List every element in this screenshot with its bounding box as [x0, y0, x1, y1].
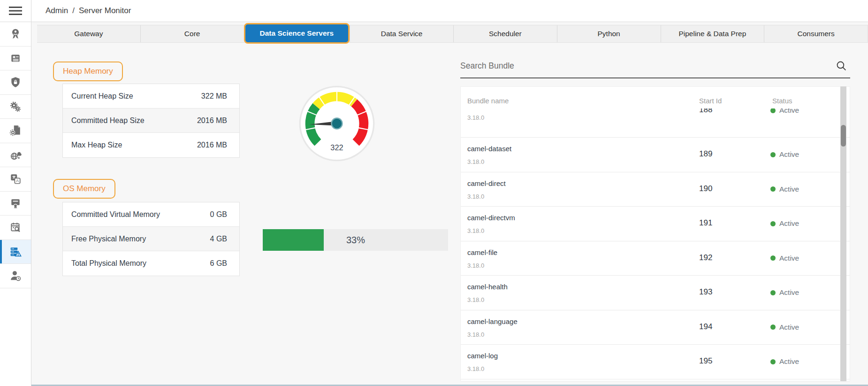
- gauge-hub-icon: [332, 118, 343, 129]
- bundle-row[interactable]: camel-directvm3.18.0191Active: [461, 207, 850, 241]
- bundle-start-id: 193: [699, 287, 712, 297]
- status-dot-icon: [770, 359, 776, 364]
- heap-usage-gauge: 322: [298, 85, 375, 162]
- row-value: 4 GB: [210, 235, 227, 243]
- table-row: Max Heap Size 2016 MB: [63, 133, 239, 157]
- bundle-start-id: 190: [699, 184, 712, 193]
- tab-data-service[interactable]: Data Service: [350, 25, 453, 42]
- column-start-id: Start Id: [699, 97, 722, 105]
- bundle-name: camel-health: [467, 283, 508, 291]
- tab-scheduler[interactable]: Scheduler: [453, 25, 557, 42]
- status-dot-icon: [770, 152, 776, 157]
- row-label: Current Heap Size: [71, 92, 133, 100]
- search-input[interactable]: [460, 56, 822, 75]
- bundle-rows: 3.18.0188Activecamel-dataset3.18.0189Act…: [461, 108, 850, 379]
- bundle-row-partial[interactable]: 3.18.0188Active: [461, 108, 850, 138]
- globe-cloud-icon: [9, 149, 22, 161]
- tab-bar: GatewayCoreData Science ServersData Serv…: [31, 22, 868, 45]
- bundle-name: camel-file: [467, 248, 497, 256]
- bundle-name: camel-direct: [467, 179, 506, 187]
- svg-text:A: A: [16, 179, 19, 184]
- sidebar-item-billing[interactable]: [0, 46, 31, 71]
- os-memory-badge: OS Memory: [53, 179, 115, 199]
- bundle-status: Active: [770, 108, 799, 115]
- status-dot-icon: [770, 186, 776, 192]
- sidebar-item-network[interactable]: [0, 143, 31, 168]
- os-memory-table: Committed Virtual Memory 0 GB Free Physi…: [62, 202, 240, 276]
- search-icon[interactable]: [836, 60, 847, 72]
- license-award-icon: [9, 28, 22, 40]
- table-row: Free Physical Memory 4 GB: [63, 227, 239, 251]
- bundle-status: Active: [770, 323, 799, 332]
- user-clock-icon: [9, 270, 22, 282]
- sidebar-item-security[interactable]: [0, 70, 31, 95]
- row-label: Committed Virtual Memory: [71, 210, 160, 219]
- sidebar-item-user-sessions[interactable]: [0, 264, 31, 288]
- row-value: 322 MB: [201, 92, 227, 100]
- tab-gateway[interactable]: Gateway: [37, 25, 140, 42]
- row-label: Committed Heap Size: [71, 116, 145, 125]
- bundle-row[interactable]: 3.18.0188Active: [461, 108, 850, 128]
- invoice-news-icon: [9, 52, 22, 64]
- tab-data-science-servers[interactable]: Data Science Servers: [244, 23, 350, 44]
- status-dot-icon: [770, 221, 776, 226]
- heap-memory-badge: Heap Memory: [53, 62, 123, 81]
- sidebar-item-certificates[interactable]: [0, 192, 31, 216]
- translate-icon: A: [9, 173, 22, 185]
- sidebar: A: [0, 0, 31, 386]
- bundle-version: 3.18.0: [467, 193, 484, 200]
- table-row: Total Physical Memory 6 GB: [63, 251, 239, 276]
- bundle-status: Active: [770, 288, 799, 297]
- calendar-search-icon: [9, 221, 22, 233]
- bundle-row[interactable]: camel-dataset3.18.0189Active: [461, 138, 850, 172]
- table-scrollbar[interactable]: [840, 86, 846, 381]
- bundle-start-id: 195: [699, 356, 712, 366]
- gears-icon: [9, 100, 22, 113]
- status-dot-icon: [770, 290, 776, 295]
- sidebar-item-config-file[interactable]: [0, 119, 31, 143]
- search-field: [460, 56, 850, 78]
- scrollbar-thumb[interactable]: [841, 125, 846, 147]
- bundle-status: Active: [770, 357, 799, 366]
- tab-pipeline-data-prep[interactable]: Pipeline & Data Prep: [661, 25, 764, 42]
- bundle-name: camel-directvm: [467, 214, 515, 222]
- breadcrumb-separator: /: [72, 6, 75, 15]
- tab-core[interactable]: Core: [140, 25, 244, 42]
- breadcrumb-admin[interactable]: Admin: [46, 6, 68, 15]
- progressbar-fill: [263, 229, 324, 251]
- bundle-row[interactable]: camel-file3.18.0192Active: [461, 241, 850, 276]
- bundle-row[interactable]: camel-health3.18.0193Active: [461, 276, 850, 310]
- bundle-version: 3.18.0: [467, 262, 484, 269]
- certificate-icon: [9, 197, 22, 209]
- bundle-row[interactable]: camel-language3.18.0194Active: [461, 310, 850, 345]
- memory-usage-progressbar: 33%: [263, 229, 448, 251]
- row-label: Max Heap Size: [71, 141, 122, 149]
- bundle-row[interactable]: camel-direct3.18.0190Active: [461, 172, 850, 207]
- bundle-start-id: 189: [699, 149, 712, 159]
- sidebar-item-license[interactable]: [0, 22, 31, 46]
- sidebar-item-translation[interactable]: A: [0, 167, 31, 192]
- bundle-version: 3.18.0: [467, 158, 484, 165]
- tab-python[interactable]: Python: [557, 25, 661, 42]
- bundle-row[interactable]: camel-log3.18.0195Active: [461, 345, 850, 379]
- menu-button[interactable]: [0, 0, 31, 22]
- gauge-value: 322: [330, 143, 343, 152]
- sidebar-item-services[interactable]: [0, 95, 31, 119]
- bundle-version: 3.18.0: [467, 227, 484, 234]
- bundle-version: 3.18.0: [467, 114, 484, 121]
- bundle-version: 3.18.0: [467, 331, 484, 338]
- shield-lock-icon: [9, 76, 22, 88]
- row-value: 2016 MB: [197, 141, 227, 149]
- server-warning-icon: [9, 246, 22, 258]
- row-value: 2016 MB: [197, 116, 227, 125]
- row-value: 6 GB: [210, 259, 227, 268]
- bundle-start-id: 194: [699, 322, 712, 332]
- sidebar-item-schedule-audit[interactable]: [0, 216, 31, 240]
- hamburger-icon: [9, 6, 22, 15]
- row-value: 0 GB: [210, 210, 227, 219]
- bundle-name: camel-language: [467, 317, 518, 325]
- tab-consumers[interactable]: Consumers: [764, 25, 868, 42]
- bundle-status: Active: [770, 185, 799, 193]
- bundle-table: Bundle name Start Id Status 3.18.0188Act…: [460, 86, 850, 381]
- sidebar-item-server-monitor[interactable]: [0, 240, 31, 264]
